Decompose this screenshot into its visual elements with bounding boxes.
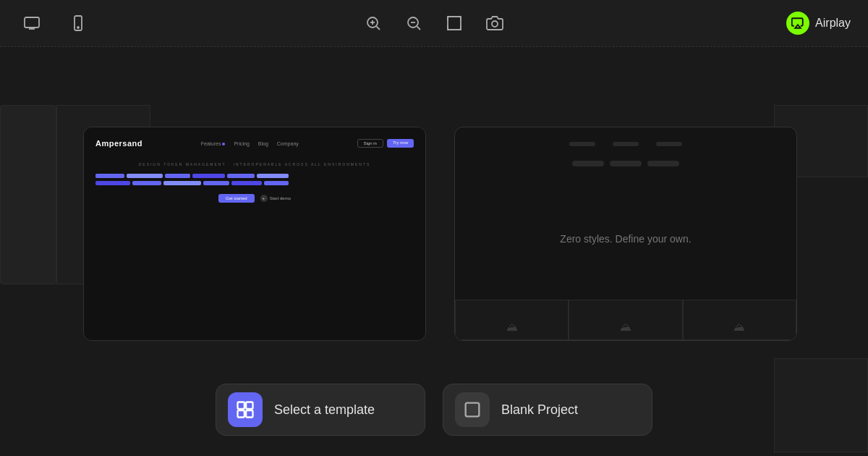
blank-nav-item-3 (656, 142, 682, 146)
amp-nav: Ampersand Features Pricing Blog Company … (95, 139, 414, 148)
svg-rect-16 (238, 402, 244, 409)
toolbar-center (359, 9, 509, 38)
svg-line-6 (377, 27, 380, 30)
blank-pill-2 (610, 161, 642, 166)
svg-line-10 (417, 27, 421, 30)
toolbar-right: Airplay (786, 12, 851, 35)
toolbar-left (17, 9, 93, 38)
amp-nav-links: Features Pricing Blog Company (201, 141, 299, 146)
svg-rect-18 (238, 410, 244, 417)
template-icon-wrap (228, 392, 263, 427)
canvas-area: Ampersand Features Pricing Blog Company … (0, 47, 868, 456)
amp-signin-btn: Sign in (357, 139, 383, 148)
blank-nav-row (569, 142, 682, 146)
svg-rect-0 (25, 17, 39, 28)
fit-screen-button[interactable] (440, 9, 469, 38)
desktop-view-button[interactable] (17, 9, 46, 38)
blank-images-row: ⛰ ⛰ ⛰ (455, 300, 796, 340)
toolbar: Airplay (0, 0, 868, 46)
screenshot-button[interactable] (480, 9, 509, 38)
blank-nav-item-2 (613, 142, 639, 146)
blank-img-2: ⛰ (569, 300, 682, 340)
svg-rect-19 (246, 410, 252, 417)
svg-point-4 (77, 27, 79, 28)
blank-img-3: ⛰ (683, 300, 796, 340)
blank-pill-1 (572, 161, 604, 166)
blank-icon-wrap (455, 392, 490, 427)
action-bar: Select a template Blank Project (0, 384, 868, 436)
svg-rect-12 (448, 17, 461, 30)
ampersand-preview: Ampersand Features Pricing Blog Company … (84, 127, 425, 340)
svg-point-13 (492, 21, 498, 27)
svg-marker-15 (263, 198, 265, 200)
blank-project-button[interactable]: Blank Project (443, 384, 652, 436)
amp-company: Company (277, 141, 299, 146)
template-card-left[interactable]: Ampersand Features Pricing Blog Company … (83, 127, 426, 341)
amp-logo: Ampersand (95, 139, 142, 148)
blank-content-row (572, 161, 679, 166)
image-placeholder-icon-3: ⛰ (733, 321, 745, 334)
airplay-label: Airplay (815, 17, 851, 30)
image-placeholder-icon-2: ⛰ (620, 321, 631, 334)
image-placeholder-icon-1: ⛰ (506, 321, 518, 334)
airplay-button[interactable]: Airplay (786, 12, 851, 35)
svg-rect-17 (246, 402, 252, 409)
amp-bars (95, 174, 414, 185)
mobile-view-button[interactable] (64, 9, 93, 38)
amp-features: Features (201, 141, 226, 146)
svg-rect-20 (466, 403, 480, 417)
amp-blog: Blog (258, 141, 268, 146)
amp-nav-btns: Sign in Try now (357, 139, 414, 148)
amp-get-started: Get started (218, 194, 255, 203)
blank-preview-top: Zero styles. Define your own. (455, 127, 796, 300)
zoom-out-button[interactable] (399, 9, 428, 38)
blank-project-label: Blank Project (501, 402, 578, 418)
amp-try-btn: Try now (387, 139, 414, 148)
blank-pill-3 (647, 161, 679, 166)
select-template-label: Select a template (274, 402, 375, 418)
zoom-in-button[interactable] (359, 9, 388, 38)
amp-pricing: Pricing (234, 141, 249, 146)
select-template-button[interactable]: Select a template (216, 384, 425, 436)
blank-img-1: ⛰ (455, 300, 569, 340)
amp-hero-text: DESIGN TOKEN MANAGEMENT · INTEROPERABLE … (95, 162, 414, 166)
blank-nav-item-1 (569, 142, 595, 146)
template-card-right[interactable]: Zero styles. Define your own. ⛰ ⛰ ⛰ (454, 127, 797, 341)
svg-marker-14 (795, 25, 801, 28)
avatar (786, 12, 809, 35)
amp-cta-row: Get started Start demo (95, 194, 414, 203)
bg-panel-left (0, 105, 56, 284)
blank-hero-text: Zero styles. Define your own. (560, 178, 691, 300)
amp-start-demo: Start demo (260, 194, 291, 203)
